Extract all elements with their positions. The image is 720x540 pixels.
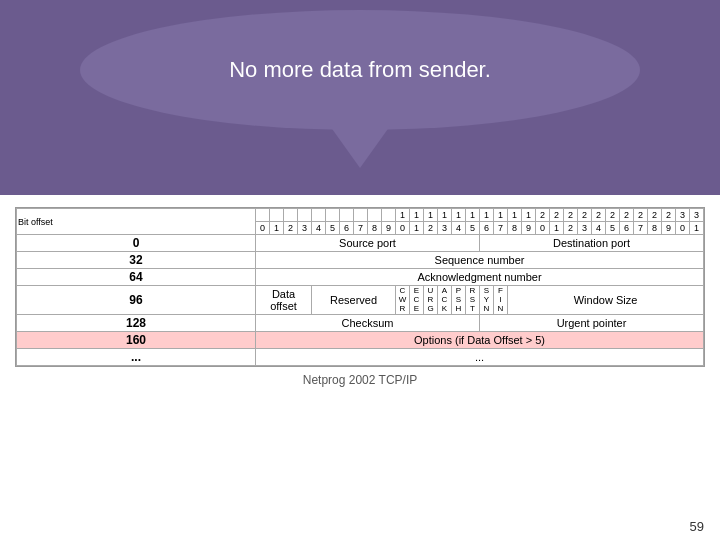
seq-num-cell: Sequence number bbox=[256, 252, 704, 269]
source-port-cell: Source port bbox=[256, 235, 480, 252]
bottom-area: Bit offset 1 1 1 1 bbox=[0, 195, 720, 540]
b-ten-0 bbox=[256, 209, 270, 222]
flag-ece: ECE bbox=[410, 286, 424, 315]
bit-offset-header: Bit offset bbox=[17, 209, 256, 235]
data-offset-cell: Data offset bbox=[256, 286, 312, 315]
b-ten-28: 2 bbox=[648, 209, 662, 222]
offset-0: 0 bbox=[17, 235, 256, 252]
b-ten-13: 1 bbox=[438, 209, 452, 222]
dest-port-cell: Destination port bbox=[480, 235, 704, 252]
b-ten-30: 3 bbox=[676, 209, 690, 222]
flag-urg: URG bbox=[424, 286, 438, 315]
b-ten-23: 2 bbox=[578, 209, 592, 222]
offset-160: 160 bbox=[17, 332, 256, 349]
flag-ack: ACK bbox=[438, 286, 452, 315]
b-ten-29: 2 bbox=[662, 209, 676, 222]
table-row: 128 Checksum Urgent pointer bbox=[17, 315, 704, 332]
flag-syn: SYN bbox=[480, 286, 494, 315]
b-ten-8 bbox=[368, 209, 382, 222]
footer-text: Netprog 2002 TCP/IP bbox=[303, 373, 418, 387]
b-ten-25: 2 bbox=[606, 209, 620, 222]
offset-96: 96 bbox=[17, 286, 256, 315]
b-ten-20: 2 bbox=[536, 209, 550, 222]
b-ten-16: 1 bbox=[480, 209, 494, 222]
b-ten-14: 1 bbox=[452, 209, 466, 222]
reserved-cell: Reserved bbox=[312, 286, 396, 315]
b-ten-10: 1 bbox=[396, 209, 410, 222]
offset-32: 32 bbox=[17, 252, 256, 269]
slide-background: No more data from sender. Bit offset bbox=[0, 0, 720, 540]
table-row: 64 Acknowledgment number bbox=[17, 269, 704, 286]
bit-tens-row: Bit offset 1 1 1 1 bbox=[17, 209, 704, 222]
b-ten-5 bbox=[326, 209, 340, 222]
options-cell: Options (if Data Offset > 5) bbox=[256, 332, 704, 349]
b-ten-17: 1 bbox=[494, 209, 508, 222]
tcp-header-table: Bit offset 1 1 1 1 bbox=[16, 208, 704, 366]
b-ten-2 bbox=[284, 209, 298, 222]
b-ten-1 bbox=[270, 209, 284, 222]
table-row: 160 Options (if Data Offset > 5) bbox=[17, 332, 704, 349]
speech-bubble: No more data from sender. bbox=[80, 10, 640, 130]
b-ten-6 bbox=[340, 209, 354, 222]
b-ten-26: 2 bbox=[620, 209, 634, 222]
b-ten-24: 2 bbox=[592, 209, 606, 222]
table-row: ... ... bbox=[17, 349, 704, 366]
table-row: 32 Sequence number bbox=[17, 252, 704, 269]
b-ten-9 bbox=[382, 209, 396, 222]
b-ten-3 bbox=[298, 209, 312, 222]
offset-64: 64 bbox=[17, 269, 256, 286]
bubble-text: No more data from sender. bbox=[229, 57, 491, 83]
flag-cwr: CWR bbox=[396, 286, 410, 315]
tcp-table-container: Bit offset 1 1 1 1 bbox=[15, 207, 705, 367]
offset-ellipsis: ... bbox=[17, 349, 256, 366]
b-ten-15: 1 bbox=[466, 209, 480, 222]
b-ten-19: 1 bbox=[522, 209, 536, 222]
ack-num-cell: Acknowledgment number bbox=[256, 269, 704, 286]
checksum-cell: Checksum bbox=[256, 315, 480, 332]
flag-psh: PSH bbox=[452, 286, 466, 315]
b-ten-12: 1 bbox=[424, 209, 438, 222]
urgent-pointer-cell: Urgent pointer bbox=[480, 315, 704, 332]
table-row: 96 Data offset Reserved CWR ECE URG ACK … bbox=[17, 286, 704, 315]
b-ten-21: 2 bbox=[550, 209, 564, 222]
b-ten-11: 1 bbox=[410, 209, 424, 222]
b-ten-4 bbox=[312, 209, 326, 222]
top-area: No more data from sender. bbox=[0, 0, 720, 170]
b-ten-7 bbox=[354, 209, 368, 222]
b-ten-31: 3 bbox=[690, 209, 704, 222]
page-number: 59 bbox=[690, 519, 704, 534]
b-ten-27: 2 bbox=[634, 209, 648, 222]
ellipsis-cell: ... bbox=[256, 349, 704, 366]
b-ten-22: 2 bbox=[564, 209, 578, 222]
flag-fin: FIN bbox=[494, 286, 508, 315]
offset-128: 128 bbox=[17, 315, 256, 332]
table-row: 0 Source port Destination port bbox=[17, 235, 704, 252]
b-ten-18: 1 bbox=[508, 209, 522, 222]
window-size-cell: Window Size bbox=[508, 286, 704, 315]
flag-rst: RST bbox=[466, 286, 480, 315]
